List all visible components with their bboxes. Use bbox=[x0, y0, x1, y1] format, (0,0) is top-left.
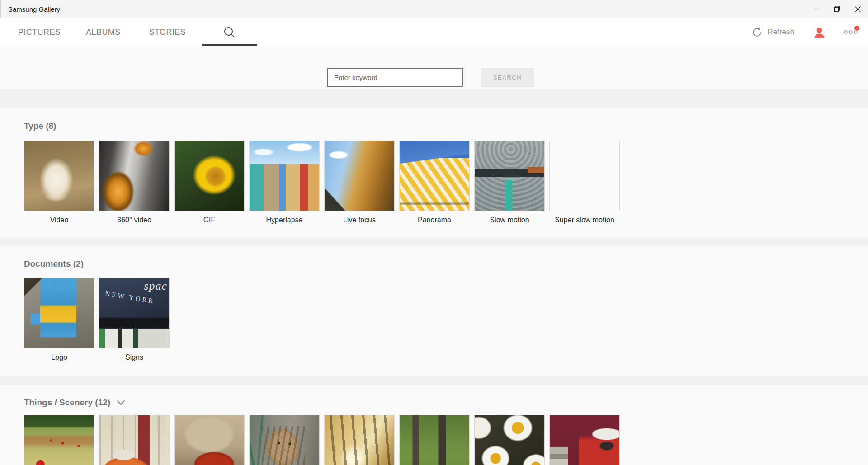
media-item-red-van[interactable] bbox=[549, 415, 620, 465]
notification-badge bbox=[854, 26, 859, 31]
media-item-video[interactable]: Video bbox=[24, 141, 94, 224]
thumbnail-label: Hyperlapse bbox=[249, 216, 320, 224]
media-item-super-slow-motion[interactable]: Super slow motion bbox=[549, 141, 620, 224]
tab-search[interactable] bbox=[202, 18, 257, 46]
section-things-title: Things / Scenery (12) bbox=[24, 398, 110, 408]
signs-thumbnail[interactable]: spacNEW YORK bbox=[99, 278, 170, 348]
media-item-red-leaf[interactable] bbox=[174, 415, 245, 465]
classic-car-thumbnail[interactable] bbox=[99, 415, 170, 465]
chevron-down-icon bbox=[117, 400, 125, 405]
media-item-poppy-field[interactable] bbox=[24, 415, 94, 465]
section-type-header: Type (8) bbox=[24, 121, 868, 131]
media-item-video-360[interactable]: 360° video bbox=[99, 141, 170, 224]
media-item-classic-car[interactable] bbox=[99, 415, 170, 465]
media-item-kitten[interactable] bbox=[249, 415, 320, 465]
red-leaf-thumbnail[interactable] bbox=[174, 415, 245, 465]
separator-band bbox=[0, 238, 868, 246]
kitten-thumbnail[interactable] bbox=[249, 415, 320, 465]
window-title: Samsung Gallery bbox=[1, 5, 60, 13]
media-item-signs[interactable]: spacNEW YORKSigns bbox=[99, 278, 170, 362]
thumbnail-label: Signs bbox=[99, 353, 170, 362]
close-icon bbox=[854, 6, 861, 13]
separator-band bbox=[0, 89, 868, 108]
sign-photo-text: spac bbox=[144, 279, 167, 293]
minimize-button[interactable] bbox=[806, 0, 826, 18]
title-bar: Samsung Gallery bbox=[0, 0, 868, 18]
window-controls bbox=[806, 0, 868, 18]
thumbnail-row: LogospacNEW YORKSigns bbox=[24, 278, 868, 362]
tab-albums[interactable]: ALBUMS bbox=[86, 28, 120, 37]
section-documents: Documents (2) LogospacNEW YORKSigns bbox=[0, 246, 868, 376]
red-van-thumbnail[interactable] bbox=[549, 415, 620, 465]
media-item-slow-motion[interactable]: Slow motion bbox=[474, 141, 545, 224]
samsung-gallery-window: Samsung Gallery PICTURES ALBUMS bbox=[0, 0, 868, 465]
media-item-daisies[interactable] bbox=[474, 415, 545, 465]
panorama-thumbnail[interactable] bbox=[399, 141, 470, 211]
tab-pictures[interactable]: PICTURES bbox=[18, 28, 61, 37]
hyperlapse-thumbnail[interactable] bbox=[249, 141, 320, 211]
video-360-thumbnail[interactable] bbox=[99, 141, 170, 211]
thumbnail-row: Video360° videoGIFHyperlapseLive focusPa… bbox=[24, 141, 868, 224]
wheat-thumbnail[interactable] bbox=[324, 415, 395, 465]
keyword-input[interactable] bbox=[327, 68, 463, 87]
more-options-button[interactable] bbox=[844, 29, 858, 35]
collapse-section-button[interactable] bbox=[116, 399, 126, 406]
thumbnail-label: Panorama bbox=[399, 216, 470, 224]
tab-stories[interactable]: STORIES bbox=[149, 28, 186, 37]
poppy-field-thumbnail[interactable] bbox=[24, 415, 94, 465]
section-documents-title: Documents (2) bbox=[24, 259, 84, 269]
minimize-icon bbox=[813, 6, 819, 12]
section-things-header: Things / Scenery (12) bbox=[24, 398, 868, 408]
people-icon bbox=[813, 26, 826, 38]
separator-band bbox=[0, 376, 868, 385]
search-submit-button[interactable]: SEARCH bbox=[481, 68, 534, 87]
nav-actions: Refresh bbox=[751, 18, 858, 46]
media-item-panorama[interactable]: Panorama bbox=[399, 141, 470, 224]
media-item-hyperlapse[interactable]: Hyperlapse bbox=[249, 141, 320, 224]
super-slow-motion-thumbnail[interactable] bbox=[549, 141, 620, 211]
section-documents-header: Documents (2) bbox=[24, 259, 868, 269]
media-item-park[interactable] bbox=[399, 415, 470, 465]
nav-bar: PICTURES ALBUMS STORIES Refresh bbox=[0, 18, 868, 46]
media-item-live-focus[interactable]: Live focus bbox=[324, 141, 395, 224]
thumbnail-row bbox=[24, 415, 868, 465]
search-section: SEARCH bbox=[0, 46, 868, 89]
gif-thumbnail[interactable] bbox=[174, 141, 245, 211]
section-things-scenery: Things / Scenery (12) bbox=[0, 385, 868, 465]
refresh-button[interactable]: Refresh bbox=[751, 27, 794, 38]
refresh-label: Refresh bbox=[767, 28, 794, 37]
people-button[interactable] bbox=[813, 26, 826, 38]
thumbnail-label: 360° video bbox=[99, 216, 170, 224]
thumbnail-label: Slow motion bbox=[474, 216, 545, 224]
logo-thumbnail[interactable] bbox=[24, 278, 94, 348]
restore-icon bbox=[834, 6, 840, 12]
search-icon bbox=[223, 26, 236, 38]
video-thumbnail[interactable] bbox=[24, 141, 94, 211]
restore-button[interactable] bbox=[826, 0, 847, 18]
park-thumbnail[interactable] bbox=[399, 415, 470, 465]
thumbnail-label: Super slow motion bbox=[549, 216, 620, 224]
nav-tabs: PICTURES ALBUMS STORIES bbox=[18, 18, 257, 46]
slow-motion-thumbnail[interactable] bbox=[474, 141, 545, 211]
thumbnail-label: GIF bbox=[174, 216, 245, 224]
thumbnail-label: Logo bbox=[24, 353, 94, 362]
section-type: Type (8) Video360° videoGIFHyperlapseLiv… bbox=[0, 108, 868, 238]
refresh-icon bbox=[751, 27, 763, 38]
close-button[interactable] bbox=[847, 0, 868, 18]
thumbnail-label: Live focus bbox=[324, 216, 395, 224]
section-type-title: Type (8) bbox=[24, 121, 56, 131]
daisies-thumbnail[interactable] bbox=[474, 415, 545, 465]
live-focus-thumbnail[interactable] bbox=[324, 141, 395, 211]
thumbnail-label: Video bbox=[24, 216, 94, 224]
media-item-wheat[interactable] bbox=[324, 415, 395, 465]
media-item-gif[interactable]: GIF bbox=[174, 141, 245, 224]
media-item-logo[interactable]: Logo bbox=[24, 278, 94, 362]
